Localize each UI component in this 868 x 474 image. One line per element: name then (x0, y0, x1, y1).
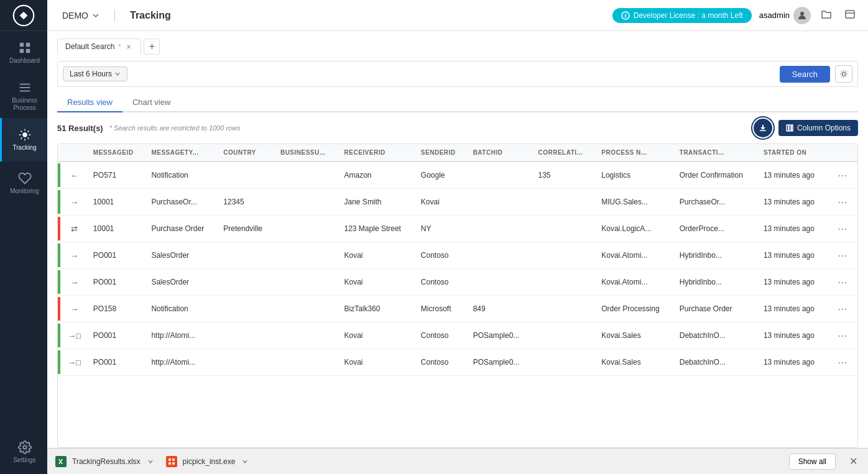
table-row[interactable]: →□ PO001 http://Atomi... Kovai Contoso P… (58, 349, 857, 376)
view-tabs: Results view Chart view (57, 93, 858, 112)
search-settings-button[interactable] (835, 65, 852, 83)
col-messageid: MESSAGEID (87, 144, 145, 162)
cell-senderid: Contoso (415, 349, 467, 376)
cell-businessunit (274, 322, 338, 349)
results-table-container: MESSAGEID MESSAGETY... COUNTRY BUSINESSU… (57, 144, 858, 448)
cell-messagetype: Notification (145, 296, 217, 322)
chevron-down-icon (92, 12, 99, 19)
cell-messageid: PO001 (87, 242, 145, 269)
tab-close-button[interactable]: ✕ (124, 42, 133, 51)
download-file1[interactable]: TrackingResults.xlsx (55, 455, 155, 468)
sidebar-item-business-process[interactable]: Business Process (0, 75, 47, 118)
cell-startedon: 13 minutes ago (757, 189, 828, 216)
col-transaction: TRANSACTI... (673, 144, 757, 162)
view-tab-chart[interactable]: Chart view (122, 93, 180, 112)
info-icon (621, 11, 630, 20)
cell-correlation (532, 296, 595, 322)
row-more-button[interactable]: ⋯ (834, 193, 851, 211)
topbar-folder-icon[interactable] (818, 6, 834, 24)
col-senderid: SENDERID (415, 144, 467, 162)
cell-batchid (467, 162, 532, 189)
download-button[interactable] (752, 117, 773, 139)
time-filter-dropdown[interactable]: Last 6 Hours (63, 66, 127, 81)
direction-cell: → (62, 242, 87, 269)
cell-correlation (532, 269, 595, 296)
row-more-button[interactable]: ⋯ (834, 300, 851, 317)
app-selector[interactable]: DEMO (57, 8, 104, 23)
cell-batchid (467, 242, 532, 269)
table-row[interactable]: ← PO571 Notification Amazon Google 135 L… (58, 162, 857, 189)
cell-transaction: PurchaseOr... (673, 189, 757, 216)
cell-startedon: 13 minutes ago (757, 349, 828, 376)
cell-correlation (532, 322, 595, 349)
sidebar-item-settings[interactable]: Settings (0, 431, 47, 474)
cell-businessunit (274, 269, 338, 296)
main-content: DEMO Tracking Developer License : a mont… (47, 0, 868, 474)
table-row[interactable]: ⇄ 10001 Purchase Order Pretendville 123 … (58, 216, 857, 242)
cell-country (217, 269, 274, 296)
results-count: 51 Result(s) (57, 124, 103, 133)
cell-messageid: PO571 (87, 162, 145, 189)
row-more-button[interactable]: ⋯ (834, 220, 851, 237)
cell-transaction: HybridInbo... (673, 269, 757, 296)
download-file2[interactable]: picpick_inst.exe (165, 455, 251, 468)
column-options-button[interactable]: Column Options (778, 120, 858, 136)
cell-startedon: 13 minutes ago (757, 216, 828, 242)
search-button[interactable]: Search (780, 66, 830, 83)
direction-cell: →□ (62, 349, 87, 376)
row-more-button[interactable]: ⋯ (834, 327, 851, 344)
results-header: 51 Result(s) * Search results are restri… (57, 117, 858, 139)
results-table: MESSAGEID MESSAGETY... COUNTRY BUSINESSU… (58, 144, 857, 376)
topbar-menu-icon[interactable] (842, 6, 858, 24)
sidebar-item-dashboard[interactable]: Dashboard (0, 31, 47, 75)
column-options-label: Column Options (797, 124, 851, 132)
row-more-button[interactable]: ⋯ (834, 247, 851, 264)
col-businessunit: BUSINESSU... (274, 144, 338, 162)
search-tab-label: Default Search (65, 42, 114, 51)
table-row[interactable]: → 10001 PurchaseOr... 12345 Jane Smith K… (58, 189, 857, 216)
row-more-button[interactable]: ⋯ (834, 273, 851, 291)
cell-senderid: Microsoft (415, 296, 467, 322)
file1-chevron[interactable] (145, 457, 155, 467)
table-row[interactable]: → PO001 SalesOrder Kovai Contoso Kovai.A… (58, 242, 857, 269)
cell-startedon: 13 minutes ago (757, 242, 828, 269)
cell-batchid (467, 216, 532, 242)
cell-actions: ⋯ (828, 322, 857, 349)
direction-cell: ← (62, 162, 87, 189)
cell-receiverid: Kovai (338, 322, 415, 349)
sidebar-item-tracking[interactable]: Tracking (0, 118, 47, 162)
svg-rect-6 (19, 87, 30, 88)
svg-rect-15 (789, 125, 791, 131)
file2-chevron[interactable] (240, 457, 250, 467)
show-all-button[interactable]: Show all (789, 453, 836, 470)
cell-receiverid: Amazon (338, 162, 415, 189)
cell-transaction: OrderProce... (673, 216, 757, 242)
add-tab-button[interactable]: + (144, 39, 160, 55)
table-row[interactable]: → PO001 SalesOrder Kovai Contoso Kovai.A… (58, 269, 857, 296)
time-filter-chevron (114, 71, 121, 77)
cell-transaction: Purchase Order (673, 296, 757, 322)
search-tab-default[interactable]: Default Search * ✕ (57, 39, 141, 55)
close-bottom-bar-button[interactable]: ✕ (846, 454, 861, 469)
cell-receiverid: Kovai (338, 242, 415, 269)
table-row[interactable]: →□ PO001 http://Atomi... Kovai Contoso P… (58, 322, 857, 349)
cell-actions: ⋯ (828, 269, 857, 296)
svg-rect-14 (787, 125, 788, 131)
cell-processname: Order Processing (595, 296, 673, 322)
svg-rect-18 (166, 456, 177, 467)
filter-row: Last 6 Hours Search (57, 61, 858, 87)
row-more-button[interactable]: ⋯ (834, 353, 851, 371)
svg-rect-1 (19, 43, 23, 47)
sidebar-item-monitoring[interactable]: Monitoring (0, 162, 47, 205)
view-tab-results[interactable]: Results view (57, 93, 122, 112)
user-area[interactable]: asadmin (759, 7, 811, 24)
cell-actions: ⋯ (828, 162, 857, 189)
cell-processname: Kovai.Atomi... (595, 269, 673, 296)
row-more-button[interactable]: ⋯ (834, 166, 851, 184)
time-filter-label: Last 6 Hours (70, 70, 112, 78)
cell-actions: ⋯ (828, 216, 857, 242)
col-actions (828, 144, 857, 162)
cell-businessunit (274, 349, 338, 376)
table-row[interactable]: → PO158 Notification BizTalk360 Microsof… (58, 296, 857, 322)
cell-country (217, 242, 274, 269)
